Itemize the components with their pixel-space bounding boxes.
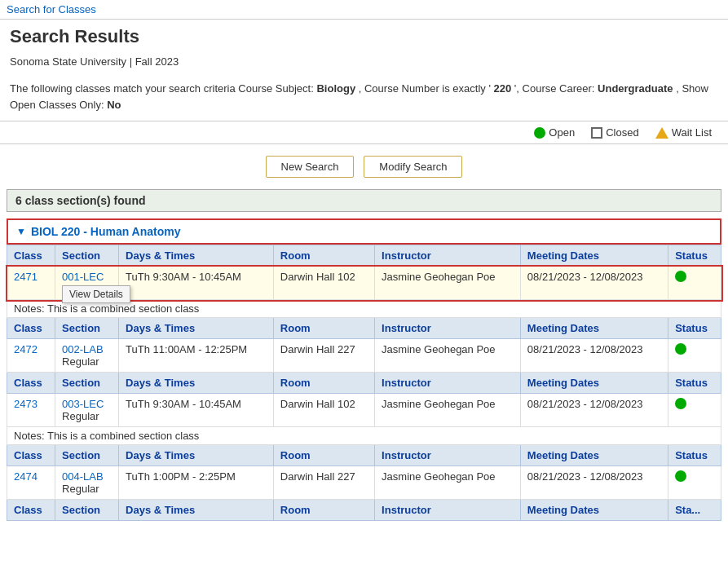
criteria-open: No [107,99,121,111]
view-details-tooltip[interactable]: View Details [62,285,130,303]
class-link-2474[interactable]: 2474 [14,470,38,483]
cell-class-2474: 2474 [7,466,55,500]
notes-row-2473: Notes: This is a combined section class [7,427,721,445]
class-link-2473[interactable]: 2473 [14,398,38,410]
col-header-instructor-5: Instructor [375,500,521,521]
cell-section-2473: 003-LEC Regular [55,394,119,427]
waitlist-icon [655,127,668,139]
cell-status-2474 [668,466,721,500]
section-type-2473: Regular [62,410,99,422]
col-header-class-2: Class [7,318,55,339]
col-header-class: Class [7,245,55,267]
section-link-2473[interactable]: 003-LEC [62,398,104,410]
cell-days-2471: TuTh 9:30AM - 10:45AM [119,267,274,300]
cell-room-2473: Darwin Hall 102 [273,394,374,427]
criteria-number: 220 [494,82,512,95]
class-table: Class Section Days & Times Room Instruct… [7,245,721,521]
col-header-status-4: Status [668,445,721,466]
col-header-days-2: Days & Times [119,318,274,339]
course-header: ▼ BIOL 220 - Human Anatomy [7,218,721,245]
notes-cell-2473: Notes: This is a combined section class [7,427,721,445]
table-header-row-4: Class Section Days & Times Room Instruct… [7,445,721,466]
cell-section: 001-LEC Regular View Details [55,267,119,300]
university-info: Sonoma State University | Fall 2023 [0,55,728,68]
section-link-2472[interactable]: 002-LAB [62,343,104,355]
col-header-room-5: Room [273,500,374,521]
page-header: Search Results [0,20,728,55]
col-header-section-2: Section [55,318,119,339]
cell-days-2473: TuTh 9:30AM - 10:45AM [119,394,274,427]
legend-closed: Closed [591,126,638,139]
cell-class-2473: 2473 [7,394,55,427]
cell-section-2472: 002-LAB Regular [55,339,119,373]
page-title: Search Results [10,26,718,47]
table-row: 2472 002-LAB Regular TuTh 11:00AM - 12:2… [7,339,721,373]
legend-open-label: Open [549,126,575,139]
closed-icon [591,127,602,139]
section-link-2474[interactable]: 004-LAB [62,470,104,483]
table-header-row-3: Class Section Days & Times Room Instruct… [7,373,721,394]
col-header-status: Status [668,245,721,267]
col-header-days: Days & Times [119,245,274,267]
cell-class-2472: 2472 [7,339,55,373]
cell-class: 2471 [7,267,55,300]
new-search-button[interactable]: New Search [266,156,355,178]
breadcrumb: Search for Classes [0,0,728,20]
col-header-section: Section [55,245,119,267]
col-header-status-3: Status [668,373,721,394]
col-header-room-4: Room [273,445,374,466]
col-header-days-5: Days & Times [119,500,274,521]
col-header-room-2: Room [273,318,374,339]
legend-waitlist: Wait List [655,126,712,139]
section-link-2471[interactable]: 001-LEC [62,271,104,283]
col-header-class-5: Class [7,500,55,521]
col-header-status-2: Status [668,318,721,339]
cell-dates-2472: 08/21/2023 - 12/08/2023 [520,339,668,373]
table-header-row-1: Class Section Days & Times Room Instruct… [7,245,721,267]
col-header-section-5: Section [55,500,119,521]
legend-closed-label: Closed [606,126,638,139]
cell-room-2472: Darwin Hall 227 [273,339,374,373]
criteria-prefix: The following classes match your search … [10,82,314,95]
results-count: 6 class section(s) found [7,189,721,212]
criteria-mid1: , Course Number is exactly ' [359,82,491,95]
cell-status-2471 [668,267,721,300]
table-header-row-5: Class Section Days & Times Room Instruct… [7,500,721,521]
course-name: BIOL 220 - Human Anatomy [31,225,181,238]
table-header-row-2: Class Section Days & Times Room Instruct… [7,318,721,339]
cell-instructor-2472: Jasmine Geohegan Poe [375,339,521,373]
col-header-days-4: Days & Times [119,445,274,466]
status-open-icon-2472 [675,343,686,355]
col-header-dates-3: Meeting Dates [520,373,668,394]
cell-room-2474: Darwin Hall 227 [273,466,374,500]
col-header-instructor-3: Instructor [375,373,521,394]
col-header-room: Room [273,245,374,267]
col-header-status-5: Sta... [668,500,721,521]
col-header-section-3: Section [55,373,119,394]
search-criteria: The following classes match your search … [0,76,728,121]
col-header-room-3: Room [273,373,374,394]
class-link-2471[interactable]: 2471 [14,271,38,283]
col-header-class-3: Class [7,373,55,394]
col-header-dates: Meeting Dates [520,245,668,267]
cell-dates-2474: 08/21/2023 - 12/08/2023 [520,466,668,500]
legend-open: Open [534,126,575,139]
cell-dates-2473: 08/21/2023 - 12/08/2023 [520,394,668,427]
button-row: New Search Modify Search [0,151,728,189]
col-header-instructor-2: Instructor [375,318,521,339]
table-row: 2473 003-LEC Regular TuTh 9:30AM - 10:45… [7,394,721,427]
class-link-2472[interactable]: 2472 [14,343,38,355]
cell-days-2474: TuTh 1:00PM - 2:25PM [119,466,274,500]
section-type-2472: Regular [62,355,99,368]
cell-dates-2471: 08/21/2023 - 12/08/2023 [520,267,668,300]
table-row: 2474 004-LAB Regular TuTh 1:00PM - 2:25P… [7,466,721,500]
col-header-class-4: Class [7,445,55,466]
breadcrumb-link[interactable]: Search for Classes [7,3,96,15]
legend-waitlist-label: Wait List [672,126,712,139]
col-header-days-3: Days & Times [119,373,274,394]
cell-instructor-2474: Jasmine Geohegan Poe [375,466,521,500]
modify-search-button[interactable]: Modify Search [364,156,462,178]
status-open-icon-2473 [675,398,686,409]
col-header-dates-5: Meeting Dates [520,500,668,521]
collapse-arrow-icon[interactable]: ▼ [16,226,26,237]
